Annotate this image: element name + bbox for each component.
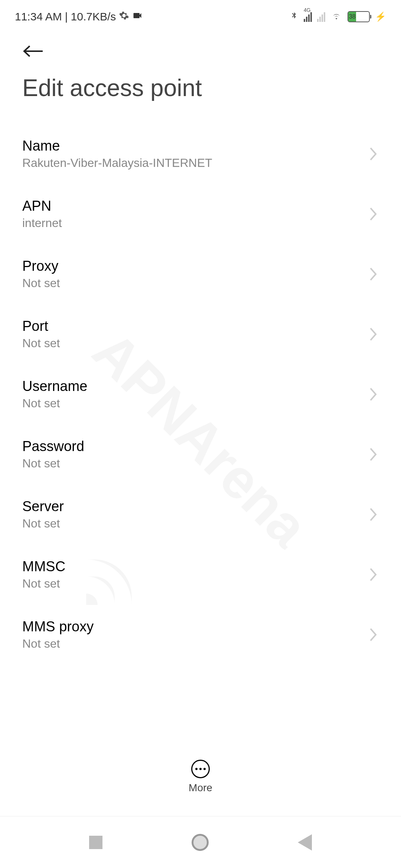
navigation-bar: [0, 816, 401, 868]
setting-row-name[interactable]: Name Rakuten-Viber-Malaysia-INTERNET: [22, 124, 379, 184]
setting-value: Not set: [22, 457, 84, 470]
setting-value: Not set: [22, 577, 65, 591]
setting-row-mms-proxy[interactable]: MMS proxy Not set: [22, 605, 379, 665]
nav-back-button[interactable]: [298, 834, 312, 851]
chevron-right-icon: [368, 207, 379, 221]
setting-label: Port: [22, 318, 60, 334]
setting-value: Not set: [22, 637, 94, 651]
more-button[interactable]: More: [0, 760, 401, 794]
status-data-rate: 10.7KB/s: [71, 10, 116, 23]
setting-label: Password: [22, 438, 84, 454]
more-label: More: [189, 782, 212, 794]
setting-row-apn[interactable]: APN internet: [22, 184, 379, 244]
setting-value: Not set: [22, 397, 87, 410]
chevron-right-icon: [368, 507, 379, 522]
setting-value: Rakuten-Viber-Malaysia-INTERNET: [22, 156, 212, 170]
setting-value: Not set: [22, 336, 60, 350]
chevron-right-icon: [368, 267, 379, 282]
setting-row-port[interactable]: Port Not set: [22, 304, 379, 364]
setting-row-server[interactable]: Server Not set: [22, 484, 379, 545]
setting-label: MMSC: [22, 559, 65, 575]
signal-4g: 4G: [304, 11, 312, 22]
wifi-icon: [330, 11, 342, 23]
chevron-right-icon: [368, 447, 379, 462]
nav-recents-button[interactable]: [89, 836, 102, 849]
status-right: 4G 38 ⚡: [290, 10, 386, 23]
status-time: 11:34 AM: [15, 10, 62, 23]
charging-icon: ⚡: [375, 11, 386, 22]
camera-icon: [132, 10, 143, 23]
setting-label: MMS proxy: [22, 619, 94, 635]
status-left: 11:34 AM | 10.7KB/s: [15, 10, 143, 23]
setting-label: Proxy: [22, 258, 60, 274]
setting-value: internet: [22, 216, 62, 230]
battery-icon: 38: [348, 11, 370, 22]
setting-row-password[interactable]: Password Not set: [22, 424, 379, 484]
chevron-right-icon: [368, 387, 379, 402]
chevron-right-icon: [368, 627, 379, 642]
more-icon: [191, 760, 210, 778]
setting-label: APN: [22, 198, 62, 214]
page-title: Edit access point: [0, 70, 401, 124]
chevron-right-icon: [368, 327, 379, 342]
chevron-right-icon: [368, 567, 379, 582]
back-button[interactable]: [0, 30, 401, 70]
nav-home-button[interactable]: [192, 834, 209, 851]
setting-value: Not set: [22, 276, 60, 290]
status-bar: 11:34 AM | 10.7KB/s 4G: [0, 0, 401, 30]
settings-list: APNArena Name Rakuten-Viber-Malaysia-INT…: [0, 124, 401, 754]
setting-row-proxy[interactable]: Proxy Not set: [22, 244, 379, 304]
setting-row-username[interactable]: Username Not set: [22, 364, 379, 424]
setting-row-mmsc[interactable]: MMSC Not set: [22, 545, 379, 605]
setting-value: Not set: [22, 517, 64, 530]
bluetooth-icon: [290, 10, 299, 23]
setting-label: Username: [22, 378, 87, 394]
gear-icon: [119, 10, 129, 23]
setting-label: Server: [22, 499, 64, 514]
status-separator: |: [65, 10, 68, 23]
setting-label: Name: [22, 138, 212, 154]
chevron-right-icon: [368, 147, 379, 161]
signal-secondary: [317, 11, 325, 22]
